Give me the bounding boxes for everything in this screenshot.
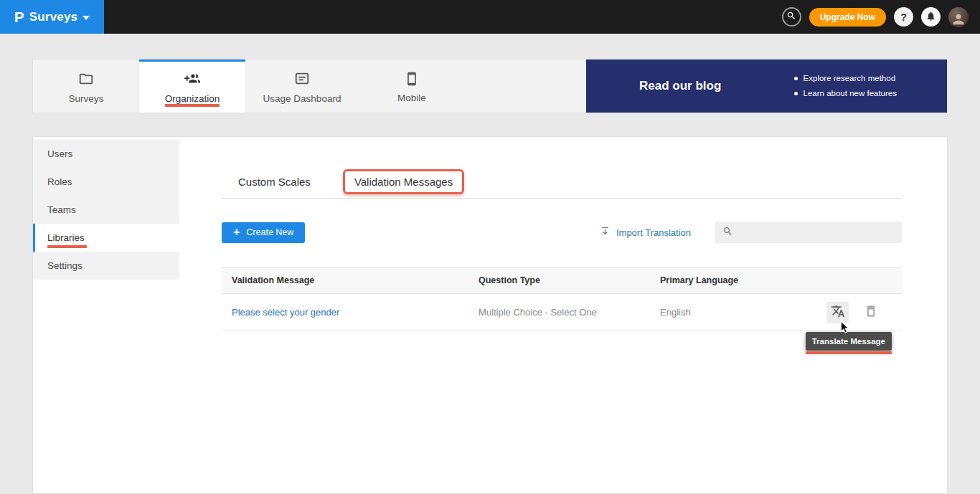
delete-message-button[interactable] [860,302,882,323]
blog-bullet: Explore research method [794,71,897,86]
tab-custom-scales[interactable]: Custom Scales [238,176,311,188]
sidebar-item-libraries[interactable]: Libraries [33,224,179,252]
tab-organization-label: Organization [165,93,220,104]
person-icon [951,11,966,27]
tab-usage-dashboard-label: Usage Dashboard [263,93,341,104]
header-primary-language: Primary Language [660,275,804,285]
sidebar-item-label: Settings [47,260,83,271]
bell-icon [925,11,936,24]
annotation-underline-tooltip [806,351,892,354]
question-mark-icon: ? [900,11,907,23]
table-header-row: Validation Message Question Type Primary… [222,267,902,294]
trash-icon [864,304,878,320]
tab-mobile[interactable]: Mobile [359,60,465,113]
sidebar-item-users[interactable]: Users [33,140,179,168]
app-logo[interactable]: P Surveys [0,0,104,34]
primary-language-cell: English [660,307,804,318]
annotation-box-validation-messages: Validation Messages [343,169,464,194]
sidebar-item-roles[interactable]: Roles [33,168,179,196]
sidebar-item-label: Libraries [47,232,85,243]
sidebar-item-label: Roles [47,176,72,187]
create-new-button[interactable]: + Create New [222,222,305,243]
mouse-cursor [839,320,850,336]
import-translation-link[interactable]: Import Translation [600,226,691,239]
toolbar: + Create New Import Translation [222,222,902,243]
create-new-label: Create New [246,227,293,237]
plus-icon: + [233,227,240,238]
notifications-button[interactable] [921,7,941,27]
dashboard-icon [294,71,310,89]
upgrade-now-button[interactable]: Upgrade Now [809,8,886,27]
validation-messages-table: Validation Message Question Type Primary… [222,267,902,331]
logo-mark: P [14,9,24,26]
header-question-type: Question Type [479,275,660,285]
annotation-underline-libraries [47,245,87,248]
tab-usage-dashboard[interactable]: Usage Dashboard [245,60,359,113]
settings-sidebar: Users Roles Teams Libraries Settings [33,137,179,493]
blog-panel[interactable]: Read our blog Explore research method Le… [586,60,947,113]
toolbar-right: Import Translation [600,222,902,243]
row-actions: Translate Message [827,302,902,323]
main-nav-card: Surveys Organization Usage Dashboard Mob… [32,59,948,113]
topbar: P Surveys Upgrade Now ? [0,0,980,34]
validation-message-link[interactable]: Please select your gender [232,307,339,318]
search-input[interactable] [739,227,895,238]
tab-organization[interactable]: Organization [139,60,245,113]
tab-mobile-label: Mobile [397,92,426,103]
libraries-main-panel: Custom Scales Validation Messages + Crea… [179,137,947,493]
sidebar-item-settings[interactable]: Settings [33,252,179,280]
translate-icon [831,304,845,320]
content-card: Users Roles Teams Libraries Settings Cus… [32,136,948,494]
table-row: Please select your gender Multiple Choic… [222,294,902,331]
question-type-cell: Multiple Choice - Select One [479,307,660,318]
main-nav-tabs: Surveys Organization Usage Dashboard Mob… [33,60,586,113]
product-name: Surveys [29,10,78,24]
annotation-underline-organization [165,104,220,107]
table-search-box[interactable] [715,222,902,243]
mobile-icon [405,72,419,88]
sidebar-item-teams[interactable]: Teams [33,196,179,224]
import-icon [600,226,611,239]
search-icon [722,226,733,239]
chevron-down-icon [83,16,90,20]
blog-panel-bullets: Explore research method Learn about new … [794,71,897,101]
topbar-actions: Upgrade Now ? [782,7,980,27]
global-search-button[interactable] [782,7,801,27]
blog-panel-title: Read our blog [639,79,721,93]
group-add-icon [184,71,201,89]
tab-surveys[interactable]: Surveys [33,60,139,113]
tab-validation-messages[interactable]: Validation Messages [354,176,453,188]
avatar[interactable] [948,7,969,27]
sidebar-item-label: Users [47,148,72,159]
header-validation-message: Validation Message [222,275,479,285]
folder-icon [78,71,94,89]
import-translation-label: Import Translation [616,227,691,238]
sidebar-item-label: Teams [47,204,76,215]
search-icon [786,11,796,23]
tab-surveys-label: Surveys [69,93,104,104]
help-button[interactable]: ? [894,7,913,27]
library-tabs: Custom Scales Validation Messages [222,166,902,199]
blog-bullet: Learn about new features [794,86,897,101]
